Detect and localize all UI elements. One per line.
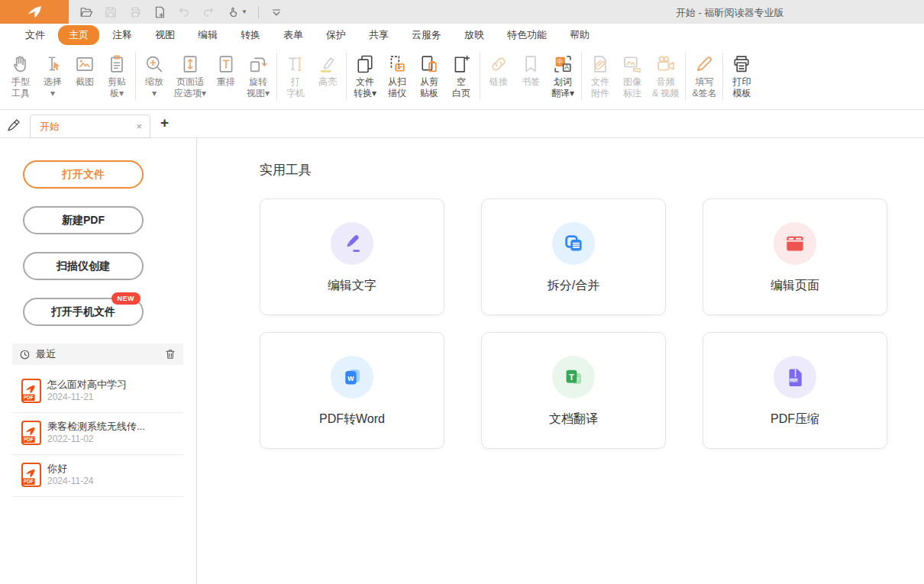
- dropdown-caret-icon: ▼: [241, 8, 247, 15]
- tool-typewriter[interactable]: 打 字机: [279, 51, 312, 100]
- menu-present[interactable]: 放映: [453, 25, 496, 45]
- group-divider: [346, 53, 347, 100]
- card-pdf-to-word[interactable]: w PDF转Word: [260, 332, 444, 449]
- snapshot-icon: [74, 52, 95, 76]
- foxit-bird-icon: [26, 4, 43, 21]
- print-icon[interactable]: [128, 5, 142, 19]
- pdf-file-icon: PDF: [21, 463, 41, 490]
- card-pdf-compress[interactable]: PDF PDF压缩: [703, 332, 887, 449]
- audio-video-icon: [655, 52, 677, 76]
- recent-file-item[interactable]: PDF 怎么面对高中学习 2024-11-21: [12, 371, 183, 412]
- tab-start-label: 开始: [40, 120, 136, 134]
- menu-form[interactable]: 表单: [272, 25, 315, 45]
- card-edit-text[interactable]: 编辑文字: [260, 198, 444, 315]
- tool-translate[interactable]: 中A 划词 翻译▾: [547, 51, 579, 100]
- menu-view[interactable]: 视图: [144, 25, 186, 45]
- tool-from-clipboard[interactable]: 从剪 贴板: [413, 51, 445, 100]
- new-pdf-button[interactable]: 新建PDF: [23, 206, 144, 234]
- card-doc-translate[interactable]: T 文档翻译: [481, 332, 666, 449]
- group-divider: [722, 53, 723, 100]
- blank-page-icon: [451, 52, 472, 76]
- highlight-icon: [317, 52, 338, 76]
- menu-protect[interactable]: 保护: [315, 25, 357, 45]
- tool-select[interactable]: 选择 ▾: [37, 51, 69, 100]
- svg-text:PDF: PDF: [24, 395, 34, 400]
- customize-toolbar-icon[interactable]: [270, 5, 283, 19]
- open-folder-icon[interactable]: [79, 5, 93, 19]
- tool-hand[interactable]: 手型 工具: [5, 51, 37, 100]
- menu-features[interactable]: 特色功能: [496, 25, 558, 45]
- doc-translate-icon: T: [552, 356, 595, 398]
- recent-file-item[interactable]: PDF 乘客检测系统无线传... 2022-11-02: [12, 413, 183, 454]
- tool-page-fit[interactable]: 页面适 应选项▾: [170, 51, 210, 100]
- new-tab-button[interactable]: +: [160, 115, 169, 131]
- group-divider: [581, 53, 582, 100]
- document-tab-bar: 开始 × +: [0, 110, 924, 138]
- tool-snapshot[interactable]: 截图: [69, 51, 101, 89]
- foxit-logo[interactable]: [0, 0, 69, 24]
- menu-file[interactable]: 文件: [14, 25, 57, 45]
- edit-text-icon: [331, 222, 373, 265]
- save-icon[interactable]: [104, 5, 118, 19]
- new-badge: NEW: [111, 292, 141, 305]
- pen-nib-icon[interactable]: [6, 117, 22, 136]
- card-split-merge[interactable]: 拆分/合并: [481, 198, 666, 315]
- scanner-create-button[interactable]: 扫描仪创建: [23, 252, 144, 280]
- trash-icon[interactable]: [164, 348, 176, 360]
- menu-edit[interactable]: 编辑: [186, 25, 229, 45]
- menu-convert[interactable]: 转换: [229, 25, 272, 45]
- tab-close-icon[interactable]: ×: [136, 121, 142, 132]
- menu-comment[interactable]: 注释: [101, 25, 144, 45]
- tool-from-scanner[interactable]: 从扫 描仪: [381, 51, 413, 100]
- pdf-to-word-icon: w: [331, 356, 373, 398]
- tool-highlight[interactable]: 高亮: [312, 51, 344, 89]
- image-annotation-icon: [622, 52, 643, 76]
- select-icon: [42, 52, 63, 76]
- tool-blank-page[interactable]: 空 白页: [445, 51, 477, 100]
- tool-audio-video[interactable]: 音频 & 视频: [648, 51, 683, 100]
- new-document-icon[interactable]: [153, 5, 166, 19]
- group-divider: [135, 53, 136, 100]
- tool-file-attachment[interactable]: 文件 附件: [584, 51, 616, 100]
- clock-icon: [19, 349, 31, 360]
- menu-home[interactable]: 主页: [58, 25, 99, 45]
- group-divider: [276, 53, 277, 100]
- translate-icon: 中A: [552, 52, 573, 76]
- typewriter-icon: [285, 52, 306, 76]
- menu-help[interactable]: 帮助: [558, 25, 601, 45]
- tool-reflow[interactable]: 重排: [210, 51, 242, 89]
- svg-text:PDF: PDF: [24, 479, 34, 484]
- tool-rotate-view[interactable]: 旋转 视图▾: [242, 51, 274, 100]
- undo-icon[interactable]: [177, 5, 191, 19]
- menu-cloud[interactable]: 云服务: [400, 25, 453, 45]
- tool-clipboard[interactable]: 剪贴 板▾: [101, 51, 133, 100]
- link-icon: [488, 52, 509, 76]
- toolbar-separator: [258, 6, 259, 18]
- menu-share[interactable]: 共享: [357, 25, 400, 45]
- tool-print-template[interactable]: 打印 模板: [725, 51, 758, 100]
- touch-mode-icon[interactable]: ▼: [226, 5, 247, 19]
- tool-image-annotation[interactable]: 图像 标注: [616, 51, 648, 100]
- tool-file-convert[interactable]: 文件 转换▾: [349, 51, 381, 100]
- tool-fill-sign[interactable]: 填写 &签名: [688, 51, 720, 100]
- rotate-view-icon: [247, 52, 269, 76]
- redo-icon[interactable]: [202, 5, 215, 19]
- from-scanner-icon: [386, 52, 408, 76]
- split-merge-icon: [552, 222, 595, 265]
- pdf-file-icon: PDF: [21, 421, 41, 448]
- open-phone-file-button[interactable]: 打开手机文件 NEW: [23, 298, 144, 326]
- svg-text:A: A: [565, 64, 570, 71]
- card-edit-page[interactable]: 编辑页面: [703, 198, 887, 315]
- fill-sign-icon: [693, 52, 715, 76]
- hand-tool-icon: [10, 52, 31, 76]
- recent-file-item[interactable]: PDF 你好 2024-11-24: [12, 455, 183, 496]
- tool-bookmark[interactable]: 书签: [515, 51, 547, 89]
- tab-start[interactable]: 开始 ×: [30, 115, 150, 138]
- tool-zoom[interactable]: 缩放 ▾: [138, 51, 170, 100]
- reflow-icon: [215, 52, 237, 76]
- tool-link[interactable]: 链接: [483, 51, 515, 89]
- from-clipboard-icon: [418, 52, 440, 76]
- page-fit-icon: [179, 52, 201, 76]
- open-file-button[interactable]: 打开文件: [23, 160, 144, 189]
- main-content: 实用工具 编辑文字 拆分/合并 编辑页面 w PDF转Word: [198, 138, 924, 584]
